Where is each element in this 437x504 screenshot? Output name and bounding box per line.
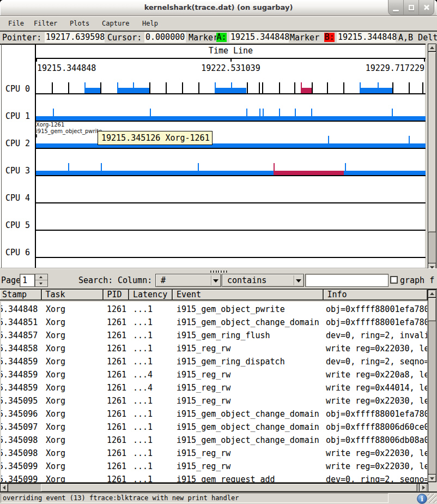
table-scroll-down-button[interactable]: [428, 474, 436, 482]
column-header-event[interactable]: Event: [173, 290, 324, 301]
event-tick: [343, 82, 344, 93]
pane-splitter-grip[interactable]: [210, 271, 229, 273]
page-spin-up-button[interactable]: [35, 274, 47, 280]
resize-grip-icon[interactable]: [428, 494, 436, 503]
minimize-button[interactable]: [389, 0, 403, 15]
cpu-row-baseline: [36, 121, 426, 122]
table-cell: i915_gem_object_change_domain: [177, 316, 319, 329]
column-header-latency[interactable]: Latency: [129, 290, 173, 301]
column-header-pid[interactable]: PID: [104, 290, 130, 301]
table-scroll-up-button[interactable]: [428, 290, 436, 298]
graph-scroll-up-button[interactable]: [428, 44, 436, 52]
event-tick: [301, 82, 302, 88]
menu-capture[interactable]: Capture: [102, 19, 130, 28]
task-bar-segment[interactable]: [36, 143, 426, 148]
match-select[interactable]: contains: [222, 274, 304, 287]
table-cell: Xorg: [46, 473, 65, 482]
table-row[interactable]: 5.345095Xorg1261...1i915_reg_rwwrite reg…: [1, 394, 427, 407]
table-row[interactable]: 5.345097Xorg1261...1i915_gem_object_chan…: [1, 421, 427, 434]
task-bar-segment[interactable]: [274, 171, 344, 175]
table-cell: 5.344858: [1, 342, 38, 355]
event-tick: [409, 136, 410, 143]
task-box-segment[interactable]: [84, 88, 100, 93]
event-tick: [294, 82, 295, 93]
event-tick: [117, 82, 118, 88]
cpu-row-label: CPU 6: [5, 248, 30, 257]
titlebar[interactable]: kernelshark(trace.dat) (on sugarbay): [0, 0, 437, 16]
table-row[interactable]: 5.345099Xorg1261...1i915_gem_request_add…: [1, 473, 427, 482]
event-tick: [150, 109, 151, 116]
table-row[interactable]: 5.344851Xorg1261...1i915_gem_object_chan…: [1, 316, 427, 329]
time-axis-tick: [36, 59, 37, 62]
task-bar-segment[interactable]: [344, 171, 426, 175]
table-cell: 1261: [107, 342, 126, 355]
menu-plots[interactable]: Plots: [70, 19, 89, 28]
table-cell: 5.345095: [1, 394, 38, 407]
page-spin-down-button[interactable]: [35, 280, 47, 286]
event-tick: [279, 82, 280, 93]
task-box-segment[interactable]: [215, 88, 246, 93]
table-hscrollbar[interactable]: [0, 483, 428, 492]
event-tick: [262, 82, 263, 93]
table-cell: 1261: [107, 329, 126, 342]
table-row[interactable]: 5.345098Xorg1261...1i915_reg_rwwrite reg…: [1, 447, 427, 460]
column-header-stamp[interactable]: Stamp: [0, 290, 42, 301]
graph-follows-checkbox[interactable]: [390, 276, 398, 284]
time-axis-tick: [424, 59, 425, 62]
task-box-segment[interactable]: [117, 88, 149, 93]
task-label-0: Xorg-1261: [36, 122, 64, 128]
search-input[interactable]: [305, 274, 389, 287]
search-label: Search:: [78, 276, 113, 285]
task-box-segment[interactable]: [360, 88, 392, 93]
timeline-graph[interactable]: [0, 44, 426, 268]
table-scroll-right-button[interactable]: [419, 484, 427, 491]
table-row[interactable]: 5.344857Xorg1261...1i915_gem_ring_flushd…: [1, 329, 427, 342]
info-icon[interactable]: i: [417, 494, 427, 504]
event-tick: [259, 109, 260, 116]
column-header-task[interactable]: Task: [42, 290, 104, 301]
event-tick: [345, 163, 346, 171]
table-row[interactable]: 5.344859Xorg1261...4i915_reg_rwwrite reg…: [1, 381, 427, 394]
event-tick: [409, 82, 410, 93]
table-cell: 5.345097: [1, 421, 38, 434]
menu-filter[interactable]: Filter: [34, 19, 57, 28]
arrow-left-icon: [3, 485, 5, 490]
combo-separator: [294, 275, 294, 285]
table-cell: dev=0, ring=2, seqno=: [326, 473, 427, 482]
column-header-info[interactable]: Info: [324, 290, 428, 301]
table-row[interactable]: 5.344859Xorg1261...1i915_gem_ring_dispat…: [1, 355, 427, 368]
table-row[interactable]: 5.344858Xorg1261...1i915_reg_rwwrite reg…: [1, 342, 427, 355]
task-bar-segment[interactable]: [36, 171, 274, 175]
page-spinbox[interactable]: 1: [20, 274, 35, 287]
table-header: StampTaskPIDLatencyEventInfo: [0, 290, 428, 302]
table-cell: write reg=0x22030, le: [326, 447, 427, 460]
menubar: FileFilterPlotsCaptureHelp: [0, 16, 437, 31]
table-cell: 1261: [107, 394, 126, 407]
table-row[interactable]: 5.345099Xorg1261...1i915_reg_rwwrite reg…: [1, 460, 427, 473]
close-button[interactable]: [418, 0, 434, 15]
menu-help[interactable]: Help: [142, 19, 158, 28]
table-cell: 1261: [107, 355, 126, 368]
table-cell: ...1: [133, 329, 153, 342]
table-row[interactable]: 5.345098Xorg1261...1i915_gem_object_chan…: [1, 434, 427, 447]
cpu-row-label: CPU 4: [5, 194, 30, 202]
graph-follows-label: graph f: [400, 276, 434, 285]
table-hscroll-thumb[interactable]: [41, 484, 417, 491]
task-bar-segment[interactable]: [36, 116, 426, 121]
task-box-segment[interactable]: [301, 88, 312, 93]
timeline-title: Time Line: [36, 46, 426, 55]
maximize-button[interactable]: [403, 0, 418, 15]
table-scroll-left-button[interactable]: [1, 484, 8, 491]
table-row[interactable]: 5.344848Xorg1261...1i915_gem_object_pwri…: [1, 303, 427, 316]
pointer-bar-value-9: 19215.344848: [337, 32, 396, 43]
table-vscrollbar[interactable]: [428, 290, 436, 482]
table-cell: 5.344859: [1, 355, 38, 368]
graph-vscrollbar[interactable]: [428, 44, 436, 271]
graph-scroll-thumb[interactable]: [428, 52, 436, 232]
table-row[interactable]: 5.345096Xorg1261...1i915_gem_object_chan…: [1, 407, 427, 421]
table-cell: Xorg: [46, 434, 65, 447]
table-scroll-thumb[interactable]: [428, 298, 436, 321]
column-select[interactable]: #: [155, 274, 221, 287]
menu-file[interactable]: File: [8, 19, 24, 28]
table-row[interactable]: 5.344859Xorg1261...4i915_reg_rwwrite reg…: [1, 368, 427, 381]
